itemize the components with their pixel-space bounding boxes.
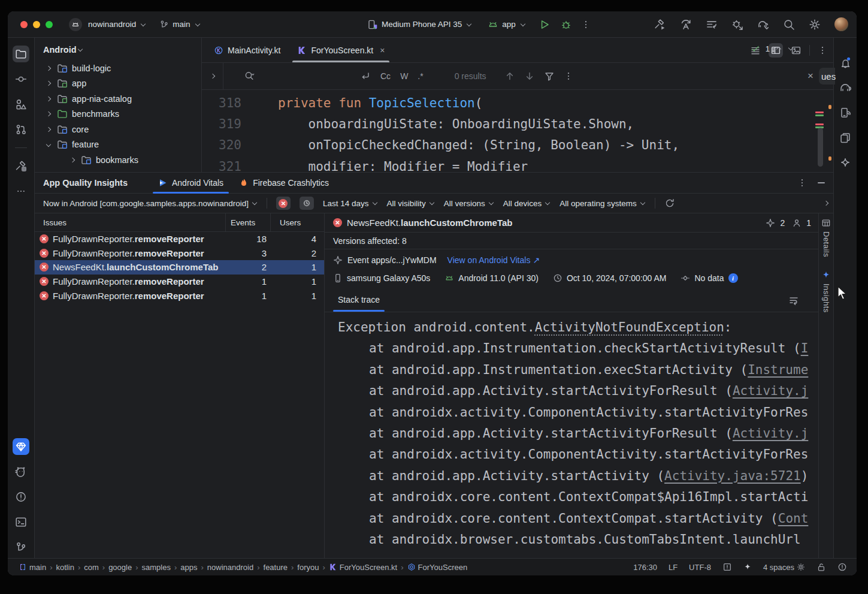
previous-match-icon[interactable]: [504, 71, 515, 82]
tab-mainactivity[interactable]: MainActivity.kt: [205, 38, 289, 62]
chevron-up-icon[interactable]: [776, 47, 781, 52]
tab-foryouscreen[interactable]: ForYouScreen.kt ×: [289, 38, 393, 62]
gradle-sync-icon[interactable]: [757, 19, 769, 31]
stack-frame[interactable]: at android.app.Activity.startActivityFor…: [338, 426, 818, 447]
search-more-icon[interactable]: [564, 71, 573, 81]
close-search-icon[interactable]: ×: [807, 70, 813, 82]
build-run-icon[interactable]: [654, 19, 666, 31]
app-quality-insights-button[interactable]: [13, 438, 29, 455]
gemini-button[interactable]: [837, 155, 854, 171]
branch-selector[interactable]: main: [159, 20, 200, 29]
logcat-tool-button[interactable]: [13, 463, 29, 480]
issue-row[interactable]: ✕FullyDrawnReporter.removeReporter11: [35, 275, 324, 289]
stack-frame[interactable]: Exception android.content.ActivityNotFou…: [338, 320, 818, 341]
breadcrumb-item-main[interactable]: main: [19, 563, 46, 572]
attach-debugger-icon[interactable]: [731, 19, 743, 31]
stack-frame[interactable]: at androidx.activity.ComponentActivity.s…: [338, 447, 818, 468]
tree-item-app[interactable]: app: [35, 76, 201, 92]
regex-toggle[interactable]: .*: [418, 71, 423, 81]
time-filter-dropdown[interactable]: Last 14 days: [323, 199, 378, 208]
visibility-filter-dropdown[interactable]: All visibility: [387, 199, 435, 208]
newline-icon[interactable]: [360, 71, 371, 82]
exception-class[interactable]: ActivityNotFoundException: [535, 320, 724, 334]
run-config-selector[interactable]: app: [488, 19, 526, 30]
stack-frame-link[interactable]: Instrume: [748, 363, 808, 377]
caret-position-widget[interactable]: 176:30: [633, 563, 657, 572]
zoom-window-button[interactable]: [46, 21, 53, 28]
fatal-filter-toggle[interactable]: ✕: [276, 197, 291, 210]
chevron-down-icon[interactable]: [46, 142, 51, 147]
project-selector[interactable]: nowinandroid: [88, 20, 146, 29]
stack-frame-link[interactable]: Cont: [778, 511, 809, 526]
stack-frame[interactable]: at android.app.Activity.startActivity (A…: [338, 469, 818, 490]
view-on-android-vitals-link[interactable]: View on Android Vitals ↗: [447, 255, 540, 265]
stack-frame[interactable]: at androidx.activity.ComponentActivity.s…: [338, 405, 818, 426]
run-button[interactable]: [539, 19, 550, 30]
chevron-down-icon[interactable]: [788, 46, 793, 50]
breadcrumb-item-ForYouScreen[interactable]: ForYouScreen: [407, 563, 468, 572]
issue-row[interactable]: ✕FullyDrawnReporter.removeReporter32: [35, 246, 324, 261]
tree-item-benchmarks[interactable]: benchmarks: [35, 107, 201, 122]
issue-row[interactable]: ✕FullyDrawnReporter.removeReporter184: [35, 232, 324, 246]
chevron-right-icon[interactable]: [46, 127, 51, 132]
running-devices-button[interactable]: [837, 104, 854, 121]
breadcrumb-item-samples[interactable]: samples: [142, 563, 171, 572]
commit-tool-button[interactable]: [13, 71, 29, 88]
project-view-selector[interactable]: Android: [35, 38, 201, 61]
apply-changes-icon[interactable]: [680, 19, 692, 31]
versions-filter-dropdown[interactable]: All versions: [444, 199, 494, 208]
refresh-icon[interactable]: [664, 198, 675, 209]
next-match-icon[interactable]: [524, 71, 535, 82]
side-tab-details[interactable]: Details: [821, 218, 831, 257]
build-tool-button[interactable]: [13, 158, 29, 174]
minimize-window-button[interactable]: [33, 21, 40, 28]
event-log-icon[interactable]: [837, 562, 847, 572]
column-header-events[interactable]: Events: [226, 213, 271, 231]
tab-stack-trace[interactable]: Stack trace: [338, 295, 380, 312]
close-window-button[interactable]: [20, 21, 28, 28]
stack-frame-link[interactable]: Activity.j: [733, 384, 808, 398]
apply-code-changes-icon[interactable]: [706, 19, 718, 31]
notifications-widget-icon[interactable]: [722, 562, 732, 572]
code-editor[interactable]: 318private fun TopicSelection(319 onboar…: [202, 90, 833, 172]
stack-frame[interactable]: at androidx.browser.customtabs.CustomTab…: [338, 532, 818, 553]
info-icon[interactable]: i: [728, 273, 738, 283]
project-tool-button[interactable]: [13, 46, 29, 62]
stack-frame[interactable]: at android.app.Activity.startActivityFor…: [338, 384, 818, 405]
devices-filter-dropdown[interactable]: All devices: [503, 199, 551, 208]
highlight-level-icon[interactable]: [743, 563, 752, 571]
chevron-right-icon[interactable]: [46, 81, 51, 86]
close-tab-icon[interactable]: ×: [380, 46, 385, 55]
problems-tool-button[interactable]: [13, 489, 29, 505]
more-options-icon[interactable]: [818, 46, 827, 55]
stack-frame[interactable]: at androidx.core.content.ContextCompat.s…: [338, 511, 818, 532]
writable-lock-icon[interactable]: [816, 562, 826, 572]
more-tool-windows-button[interactable]: [13, 183, 29, 200]
tree-item-app-nia-catalog[interactable]: app-nia-catalog: [35, 91, 201, 107]
column-header-users[interactable]: Users: [271, 213, 324, 231]
breadcrumb-item-kotlin[interactable]: kotlin: [56, 563, 74, 572]
terminal-tool-button[interactable]: [13, 514, 29, 530]
stack-frame-link[interactable]: Activity.java:5721: [664, 469, 801, 483]
side-tab-insights[interactable]: Insights: [821, 270, 831, 313]
resource-manager-button[interactable]: [13, 96, 29, 113]
breadcrumb-item-nowinandroid[interactable]: nowinandroid: [207, 563, 253, 572]
tree-item-feature[interactable]: feature: [35, 137, 201, 153]
app-filter-dropdown[interactable]: Now in Android [com.google.samples.apps.…: [43, 199, 258, 208]
pull-requests-button[interactable]: [13, 121, 29, 138]
column-header-issues[interactable]: Issues: [35, 213, 226, 231]
more-actions-button[interactable]: [581, 20, 591, 29]
encoding-widget[interactable]: UTF-8: [689, 563, 711, 572]
device-selector[interactable]: Medium Phone API 35: [367, 19, 472, 30]
stack-frame[interactable]: at androidx.core.content.ContextCompat$A…: [338, 490, 818, 511]
breadcrumb-item-feature[interactable]: feature: [264, 563, 288, 572]
tab-android-vitals[interactable]: Android Vitals: [150, 173, 231, 193]
tree-item-bookmarks[interactable]: bookmarks: [35, 152, 201, 168]
stack-frame-link[interactable]: Activity.j: [733, 426, 808, 441]
version-control-button[interactable]: [13, 539, 29, 556]
debug-button[interactable]: [561, 19, 571, 30]
search-icon[interactable]: [244, 71, 255, 82]
chevron-right-icon[interactable]: [824, 201, 828, 206]
tab-firebase-crashlytics[interactable]: Firebase Crashlytics: [231, 173, 337, 193]
chevron-right-icon[interactable]: [70, 158, 75, 162]
